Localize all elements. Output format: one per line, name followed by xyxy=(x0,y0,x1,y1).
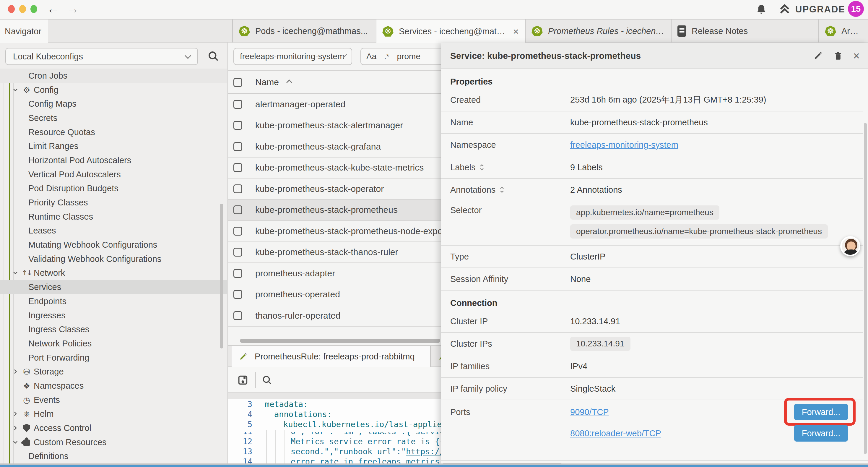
table-row-kube-prometheus-stack-thanos-ruler[interactable]: kube-prometheus-stack-thanos-ruler xyxy=(228,242,441,263)
tab-pods-icecheng-mathmas[interactable]: ☸Pods - icecheng@mathmas... xyxy=(232,20,376,42)
code-link[interactable]: https://net xyxy=(406,447,441,456)
table-horizontal-scrollbar[interactable] xyxy=(240,339,440,343)
sidebar-item-ingresses[interactable]: Ingresses xyxy=(0,308,227,322)
sidebar-item-pod-disruption-budgets[interactable]: Pod Disruption Budgets xyxy=(0,181,227,196)
sidebar-item-secrets[interactable]: Secrets xyxy=(0,111,227,125)
tab-navigator[interactable]: Navigator xyxy=(0,20,48,43)
tab-close-icon[interactable]: × xyxy=(513,26,519,37)
sidebar-item-ingress-classes[interactable]: Ingress Classes xyxy=(0,322,227,337)
sidebar-item-vertical-pod-autoscalers[interactable]: Vertical Pod Autoscalers xyxy=(0,167,227,181)
sidebar-item-storage[interactable]: ⛁Storage xyxy=(0,364,227,379)
table-row-alertmanager-operated[interactable]: alertmanager-operated xyxy=(228,94,441,115)
tab-services-icecheng-math[interactable]: ☸Services - icecheng@math...× xyxy=(376,20,525,43)
yaml-editor[interactable]: 3metadata:4annotations:5kubectl.kubernet… xyxy=(228,399,441,467)
save-button[interactable] xyxy=(237,374,249,386)
forward-arrow-icon[interactable]: → xyxy=(66,1,79,16)
sidebar-item-network[interactable]: ↑↓Network xyxy=(0,266,227,280)
sidebar-scrollbar[interactable] xyxy=(220,204,223,348)
notification-count-badge[interactable]: 15 xyxy=(848,1,864,17)
minimize-window-button[interactable] xyxy=(19,5,26,13)
tab-release-notes[interactable]: Release Notes xyxy=(671,20,818,42)
regex-toggle[interactable]: .* xyxy=(384,52,389,61)
detail-vertical-scrollbar[interactable] xyxy=(864,123,867,454)
sidebar-item-cron-jobs[interactable]: Cron Jobs xyxy=(0,68,227,83)
close-icon[interactable]: × xyxy=(853,50,860,61)
row-checkbox[interactable] xyxy=(234,205,242,214)
chevron-right-icon[interactable] xyxy=(12,369,18,375)
sidebar-item-config-maps[interactable]: Config Maps xyxy=(0,97,227,111)
tab-prometheus-rules-icecheng[interactable]: ☸Prometheus Rules - icecheng... xyxy=(525,20,671,42)
upgrade-button[interactable]: UPGRADE xyxy=(779,4,845,16)
close-window-button[interactable] xyxy=(8,5,15,13)
sidebar-search-icon[interactable] xyxy=(207,50,220,63)
row-checkbox[interactable] xyxy=(234,290,242,299)
forward-button[interactable]: Forward... xyxy=(794,404,848,420)
sidebar-item-access-control[interactable]: Access Control xyxy=(0,421,227,435)
table-row-kube-prometheus-stack-prometheus-node-expor[interactable]: kube-prometheus-stack-prometheus-node-ex… xyxy=(228,221,441,242)
tab-argo-se[interactable]: ☸Argo Se xyxy=(818,20,868,42)
row-checkbox[interactable] xyxy=(234,184,242,193)
table-row-prometheus-operated[interactable]: prometheus-operated xyxy=(228,284,441,305)
column-header-name[interactable]: Name xyxy=(255,77,279,87)
port-link[interactable]: 8080:reloader-web/TCP xyxy=(570,429,661,438)
row-checkbox[interactable] xyxy=(234,269,242,278)
table-row-kube-prometheus-stack-grafana[interactable]: kube-prometheus-stack-grafana xyxy=(228,136,441,157)
filter-query[interactable]: prome xyxy=(397,52,421,61)
row-checkbox[interactable] xyxy=(234,142,242,151)
expander-icon[interactable] xyxy=(499,186,505,194)
chevron-down-icon[interactable] xyxy=(12,439,18,445)
row-checkbox[interactable] xyxy=(234,100,242,109)
select-all-checkbox[interactable] xyxy=(234,78,242,87)
sidebar-item-endpoints[interactable]: Endpoints xyxy=(0,294,227,308)
editor-tab-prometheusrule[interactable]: PrometheusRule: freeleaps-prod-rabbitmq xyxy=(231,346,431,367)
table-row-kube-prometheus-stack-prometheus[interactable]: kube-prometheus-stack-prometheus xyxy=(228,200,441,221)
sidebar-item-mutating-webhook-configurations[interactable]: Mutating Webhook Configurations xyxy=(0,238,227,252)
table-row-kube-prometheus-stack-operator[interactable]: kube-prometheus-stack-operator xyxy=(228,178,441,200)
sidebar-item-port-forwarding[interactable]: Port Forwarding xyxy=(0,351,227,365)
sidebar-item-custom-resources[interactable]: Custom Resources xyxy=(0,435,227,449)
sidebar-item-runtime-classes[interactable]: Runtime Classes xyxy=(0,209,227,224)
sidebar-item-priority-classes[interactable]: Priority Classes xyxy=(0,195,227,209)
namespace-selector[interactable]: freeleaps-monitoring-system xyxy=(234,48,352,65)
sidebar-item-helm[interactable]: ⎈Helm xyxy=(0,407,227,421)
namespace-link[interactable]: freeleaps-monitoring-system xyxy=(570,140,678,150)
notifications-bell-icon[interactable] xyxy=(755,4,768,16)
table-row-kube-prometheus-stack-kube-state-metrics[interactable]: kube-prometheus-stack-kube-state-metrics xyxy=(228,157,441,179)
chevron-down-icon[interactable] xyxy=(12,270,18,276)
forward-button[interactable]: Forward... xyxy=(794,425,848,442)
chevron-down-icon[interactable] xyxy=(12,87,18,93)
filter-input[interactable]: Aa .* prome xyxy=(361,48,441,65)
row-checkbox[interactable] xyxy=(234,163,242,172)
expander-icon[interactable] xyxy=(479,164,485,171)
sidebar-item-validating-webhook-configurations[interactable]: Validating Webhook Configurations xyxy=(0,252,227,266)
port-link[interactable]: 9090/TCP xyxy=(570,407,609,417)
chevron-right-icon[interactable] xyxy=(12,425,18,431)
sidebar-item-definitions[interactable]: Definitions xyxy=(0,449,227,463)
row-checkbox[interactable] xyxy=(234,227,242,236)
sidebar-item-leases[interactable]: Leases xyxy=(0,224,227,238)
sidebar-item-limit-ranges[interactable]: Limit Ranges xyxy=(0,139,227,153)
sidebar-item-events[interactable]: ◷Events xyxy=(0,393,227,407)
back-arrow-icon[interactable]: ← xyxy=(47,1,60,16)
sidebar-item-resource-quotas[interactable]: Resource Quotas xyxy=(0,125,227,139)
row-checkbox[interactable] xyxy=(234,248,242,257)
sidebar-item-horizontal-pod-autoscalers[interactable]: Horizontal Pod Autoscalers xyxy=(0,153,227,167)
sidebar-item-namespaces[interactable]: ❖Namespaces xyxy=(0,379,227,393)
edit-pencil-icon[interactable] xyxy=(812,51,823,61)
table-row-prometheus-adapter[interactable]: prometheus-adapter xyxy=(228,263,441,284)
editor-search-icon[interactable] xyxy=(261,374,273,386)
sidebar-item-network-policies[interactable]: Network Policies xyxy=(0,337,227,351)
user-avatar[interactable] xyxy=(840,236,860,256)
sidebar-item-services[interactable]: Services xyxy=(0,280,227,294)
row-checkbox[interactable] xyxy=(234,121,242,130)
match-case-toggle[interactable]: Aa xyxy=(366,52,376,61)
chevron-right-icon[interactable] xyxy=(12,411,18,417)
maximize-window-button[interactable] xyxy=(30,5,37,13)
table-row-kube-prometheus-stack-alertmanager[interactable]: kube-prometheus-stack-alertmanager xyxy=(228,115,441,137)
row-checkbox[interactable] xyxy=(234,311,242,320)
kubeconfig-selector[interactable]: Local Kubeconfigs xyxy=(5,48,198,65)
delete-trash-icon[interactable] xyxy=(833,51,843,61)
sidebar-item-config[interactable]: ⚙Config xyxy=(0,83,227,97)
table-row-thanos-ruler-operated[interactable]: thanos-ruler-operated xyxy=(228,305,441,327)
editor-tab-partial[interactable] xyxy=(431,346,441,367)
